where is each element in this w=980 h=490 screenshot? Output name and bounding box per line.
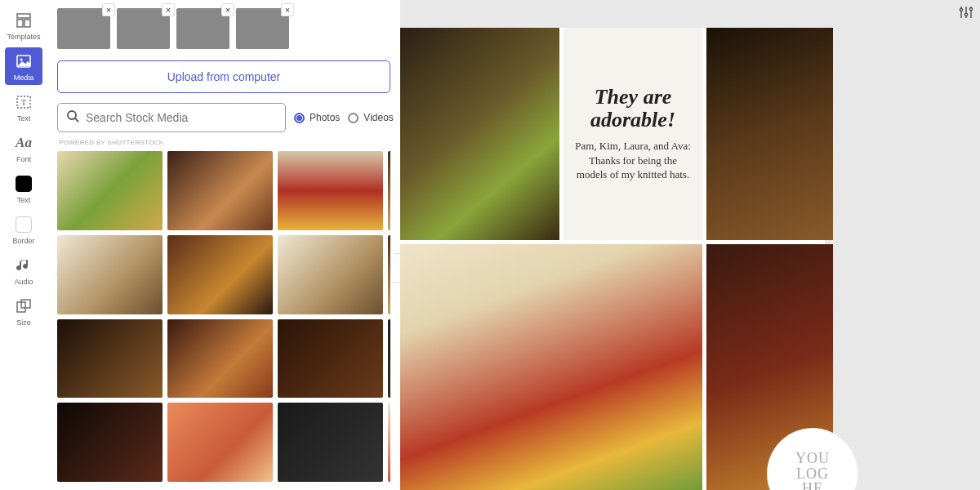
svg-text:T: T — [21, 98, 26, 107]
nav-label: Text — [17, 196, 31, 204]
nav-media[interactable]: Media — [5, 47, 42, 85]
svg-rect-2 — [24, 20, 30, 27]
stock-thumb[interactable] — [388, 151, 390, 230]
svg-line-10 — [75, 118, 78, 122]
nav-label: Font — [16, 155, 31, 163]
stock-thumb[interactable] — [388, 235, 390, 314]
selected-thumb[interactable]: × — [236, 8, 289, 49]
nav-audio[interactable]: Audio — [5, 252, 42, 289]
svg-point-16 — [969, 7, 972, 10]
stock-thumb[interactable] — [388, 403, 390, 482]
svg-point-14 — [960, 8, 962, 11]
stock-thumb[interactable] — [57, 403, 163, 482]
radio-videos[interactable]: Videos — [348, 112, 393, 123]
stock-thumb[interactable] — [278, 319, 383, 399]
stock-thumb[interactable] — [57, 235, 163, 314]
stock-thumb[interactable] — [278, 151, 383, 230]
remove-icon[interactable]: × — [281, 3, 294, 16]
stock-thumb[interactable] — [57, 151, 163, 230]
nav-text-tool[interactable]: T Text — [5, 88, 42, 126]
nav-text-color[interactable]: Text — [5, 170, 42, 207]
radio-icon — [348, 113, 359, 123]
collage-headline: They are adorable! — [573, 86, 693, 131]
size-icon — [15, 297, 33, 315]
logo-placeholder-badge[interactable]: YOU LOG HE — [768, 429, 858, 490]
nav-border[interactable]: Border — [5, 211, 42, 248]
stock-media-grid — [57, 151, 390, 490]
selected-thumb[interactable]: × — [176, 8, 229, 49]
nav-templates[interactable]: Templates — [5, 7, 42, 44]
svg-point-4 — [20, 59, 23, 61]
collage-tile[interactable] — [400, 244, 702, 490]
text-tool-icon: T — [15, 93, 33, 111]
nav-label: Templates — [7, 33, 40, 41]
search-input[interactable] — [86, 111, 277, 124]
nav-label: Audio — [14, 278, 33, 286]
selected-media-row: × × × × — [57, 8, 390, 49]
svg-point-15 — [964, 13, 967, 16]
nav-label: Text — [17, 114, 31, 122]
remove-icon[interactable]: × — [102, 3, 115, 16]
stock-thumb[interactable] — [167, 403, 273, 482]
nav-font[interactable]: Aa Font — [5, 129, 42, 167]
sidebar-nav: Templates Media T Text Aa Font Text Bord… — [0, 0, 47, 490]
nav-label: Border — [12, 237, 34, 245]
search-icon — [66, 109, 79, 126]
media-panel: × × × × Upload from computer Photos Vide… — [47, 0, 400, 490]
selected-thumb[interactable]: × — [117, 8, 170, 49]
media-icon — [15, 52, 33, 70]
svg-point-9 — [68, 111, 76, 119]
radio-label: Photos — [310, 112, 340, 123]
svg-rect-0 — [17, 14, 30, 18]
remove-icon[interactable]: × — [221, 3, 234, 16]
audio-icon — [15, 256, 33, 274]
templates-icon — [15, 11, 33, 29]
nav-label: Size — [16, 318, 31, 327]
stock-thumb[interactable] — [167, 151, 273, 230]
stock-thumb[interactable] — [278, 403, 383, 482]
collage-canvas[interactable]: They are adorable! Pam, Kim, Laura, and … — [400, 28, 825, 490]
collage-body-text: Pam, Kim, Laura, and Ava: Thanks for bei… — [573, 139, 693, 182]
search-row: Photos Videos — [57, 103, 390, 132]
collage-tile[interactable] — [400, 28, 559, 240]
radio-label: Videos — [363, 112, 393, 123]
collage-tile[interactable] — [706, 28, 833, 240]
stock-thumb[interactable] — [57, 319, 163, 399]
collage-text-tile[interactable]: They are adorable! Pam, Kim, Laura, and … — [564, 28, 702, 240]
nav-size[interactable]: Size — [5, 292, 42, 330]
text-color-swatch-icon — [15, 175, 33, 193]
radio-icon — [294, 113, 305, 123]
stock-thumb[interactable] — [388, 319, 390, 399]
stock-thumb[interactable] — [167, 235, 273, 314]
search-box[interactable] — [57, 103, 286, 132]
stock-thumb[interactable] — [278, 235, 383, 314]
stock-thumb[interactable] — [167, 319, 273, 399]
svg-rect-1 — [17, 20, 23, 27]
collage-tile[interactable]: YOU LOG HE — [706, 244, 833, 490]
upload-button[interactable]: Upload from computer — [57, 60, 390, 93]
powered-by-label: POWERED BY SHUTTERSTOCK — [59, 139, 390, 146]
radio-photos[interactable]: Photos — [294, 112, 340, 123]
remove-icon[interactable]: × — [162, 3, 175, 16]
font-icon: Aa — [15, 134, 33, 152]
selected-thumb[interactable]: × — [57, 8, 110, 49]
sliders-icon — [959, 8, 973, 22]
canvas-settings-button[interactable] — [959, 5, 973, 22]
nav-label: Media — [14, 74, 34, 82]
canvas-area: They are adorable! Pam, Kim, Laura, and … — [400, 0, 980, 490]
border-icon — [15, 216, 33, 234]
